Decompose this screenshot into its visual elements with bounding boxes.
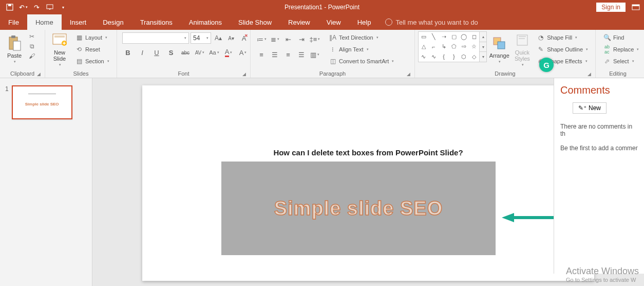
clipboard-launcher[interactable]: ◢ <box>37 72 41 77</box>
shapes-gallery[interactable]: ▭╲➝▢◯◻ △⌐↳⬠⇨☆ ∿∿{}⬡◇ <box>418 31 480 62</box>
arrow-head-icon <box>502 213 514 222</box>
tell-me-placeholder: Tell me what you want to do <box>395 19 478 26</box>
select-button[interactable]: ⬀Select▾ <box>601 56 641 66</box>
tab-design[interactable]: Design <box>94 14 131 30</box>
align-text-button[interactable]: ⫶Align Text▾ <box>327 44 396 55</box>
svg-rect-12 <box>498 42 505 49</box>
convert-smartart-button[interactable]: ◫Convert to SmartArt▾ <box>327 56 396 66</box>
layout-button[interactable]: ▦Layout▾ <box>73 32 111 43</box>
shape-outline-button[interactable]: ✎Shape Outline▾ <box>535 44 590 55</box>
align-text-icon: ⫶ <box>329 45 337 53</box>
ribbon-display-icon[interactable] <box>632 4 640 10</box>
align-right-icon[interactable]: ≡ <box>282 49 294 60</box>
start-slideshow-icon[interactable] <box>44 2 55 13</box>
columns-button[interactable]: ▥▾ <box>309 49 320 60</box>
ribbon-tabs: File Home Insert Design Transitions Anim… <box>0 14 644 30</box>
tab-file[interactable]: File <box>0 14 27 30</box>
quick-styles-button[interactable]: Quick Styles▾ <box>512 31 533 67</box>
svg-rect-1 <box>8 4 11 6</box>
save-icon[interactable] <box>4 2 15 13</box>
align-left-icon[interactable]: ≡ <box>256 49 267 60</box>
paste-icon <box>6 35 23 51</box>
window-title: Presentation1 - PowerPoint <box>285 4 359 11</box>
shape-outline-icon: ✎ <box>537 45 545 53</box>
drawing-launcher[interactable]: ◢ <box>588 72 591 77</box>
tab-help[interactable]: Help <box>349 14 380 30</box>
sign-in-button[interactable]: Sign in <box>596 3 626 12</box>
font-color-button[interactable]: A▾ <box>223 47 234 58</box>
font-launcher[interactable]: ◢ <box>242 72 246 77</box>
smartart-icon: ◫ <box>329 57 337 65</box>
title-bar: ↶▾ ↷ ▾ Presentation1 - PowerPoint Sign i… <box>0 0 644 14</box>
slide-content-box[interactable]: Simple slide SEO <box>221 162 496 255</box>
slide-thumbnail-1[interactable]: Simple slide SEO <box>12 85 72 119</box>
copy-icon[interactable]: ⧉ <box>28 42 36 50</box>
font-name-combo[interactable]: ▾ <box>122 32 189 44</box>
shrink-font-icon[interactable]: A▾ <box>225 32 237 44</box>
bulb-icon <box>385 19 392 26</box>
format-painter-icon[interactable]: 🖌 <box>28 52 36 60</box>
tab-insert[interactable]: Insert <box>62 14 95 30</box>
underline-button[interactable]: U <box>151 47 162 58</box>
tab-slideshow[interactable]: Slide Show <box>230 14 280 30</box>
new-comment-button[interactable]: ✎⁺New <box>573 102 607 114</box>
strikethrough-button[interactable]: abc <box>180 47 191 58</box>
group-clipboard: Paste▾ ✂ ⧉ 🖌 Clipboard◢ <box>0 30 45 78</box>
slide-thumbnail-panel: 1 Simple slide SEO <box>0 78 92 286</box>
shape-fill-icon: ◔ <box>537 33 545 42</box>
replace-button[interactable]: abacReplace▾ <box>601 44 641 55</box>
shadow-button[interactable]: S <box>165 47 177 58</box>
comments-heading: Comments <box>560 84 638 96</box>
group-drawing: ▭╲➝▢◯◻ △⌐↳⬠⇨☆ ∿∿{}⬡◇ ▴ ▾ ▾ Arrange▾ Quic… <box>415 30 596 78</box>
main-area: 1 Simple slide SEO How can I delete text… <box>0 78 644 286</box>
tab-animations[interactable]: Animations <box>181 14 230 30</box>
bullets-button[interactable]: ≔▾ <box>256 33 267 45</box>
line-spacing-button[interactable]: ‡≡▾ <box>309 33 320 45</box>
shapes-down-icon[interactable]: ▾ <box>480 42 486 52</box>
tab-transitions[interactable]: Transitions <box>132 14 181 30</box>
char-spacing-button[interactable]: AV▾ <box>194 47 205 58</box>
tab-home[interactable]: Home <box>27 14 62 30</box>
font-size-combo[interactable]: 54▾ <box>191 32 211 44</box>
shapes-up-icon[interactable]: ▴ <box>480 32 486 42</box>
grammarly-icon[interactable]: G <box>539 58 554 72</box>
clear-formatting-icon[interactable]: A✖ <box>238 32 250 44</box>
new-slide-icon <box>51 32 68 48</box>
tell-me-search[interactable]: Tell me what you want to do <box>385 14 478 30</box>
annotation-arrow <box>502 213 560 222</box>
increase-indent-icon[interactable]: ⇥ <box>296 33 307 45</box>
bold-button[interactable]: B <box>122 47 134 58</box>
find-button[interactable]: 🔍Find <box>601 32 641 43</box>
quick-access-toolbar: ↶▾ ↷ ▾ <box>0 2 73 13</box>
text-direction-button[interactable]: ‖AText Direction▾ <box>327 32 396 43</box>
new-comment-icon: ✎⁺ <box>578 104 586 112</box>
arrange-button[interactable]: Arrange▾ <box>487 31 512 67</box>
grow-font-icon[interactable]: A▴ <box>213 32 224 44</box>
paste-button[interactable]: Paste▾ <box>3 31 26 67</box>
shape-fill-button[interactable]: ◔Shape Fill▾ <box>535 32 590 43</box>
highlight-button[interactable]: A▾ <box>237 47 249 58</box>
tab-view[interactable]: View <box>318 14 349 30</box>
italic-button[interactable]: I <box>137 47 148 58</box>
paragraph-launcher[interactable]: ◢ <box>407 72 410 77</box>
group-paragraph: ≔▾ ≣▾ ⇤ ⇥ ‡≡▾ ≡ ☰ ≡ ☰ ▥▾ ‖AText Directio… <box>251 30 415 78</box>
redo-icon[interactable]: ↷ <box>31 2 42 13</box>
numbering-button[interactable]: ≣▾ <box>269 33 280 45</box>
text-direction-icon: ‖A <box>329 33 337 42</box>
new-slide-button[interactable]: New Slide▾ <box>48 31 71 67</box>
decrease-indent-icon[interactable]: ⇤ <box>282 33 294 45</box>
shapes-scroll: ▴ ▾ ▾ <box>480 31 487 62</box>
cut-icon[interactable]: ✂ <box>28 32 36 41</box>
tab-review[interactable]: Review <box>280 14 318 30</box>
slide[interactable]: How can I delete text boxes from PowerPo… <box>142 85 594 281</box>
section-button[interactable]: ▤Section▾ <box>73 56 111 66</box>
shapes-more-icon[interactable]: ▾ <box>480 52 486 62</box>
justify-icon[interactable]: ☰ <box>296 49 307 60</box>
undo-icon[interactable]: ↶▾ <box>17 2 29 13</box>
align-center-icon[interactable]: ☰ <box>269 49 280 60</box>
reset-button[interactable]: ⟲Reset <box>73 44 111 55</box>
reset-icon: ⟲ <box>75 45 83 53</box>
qat-customize-icon[interactable]: ▾ <box>58 2 69 13</box>
change-case-button[interactable]: Aa▾ <box>209 47 220 58</box>
svg-rect-4 <box>632 5 639 6</box>
